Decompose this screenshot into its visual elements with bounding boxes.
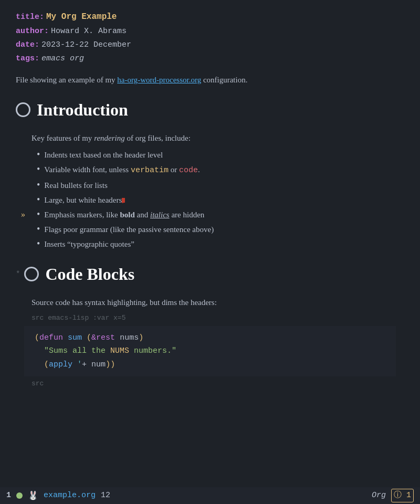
status-emacs-icon: 🐰 bbox=[28, 489, 38, 502]
list-item: • Indents text based on the header level bbox=[37, 149, 404, 161]
meta-tags-value: emacs org bbox=[41, 52, 84, 65]
list-item-text: Large, but white headers▌ bbox=[44, 194, 125, 206]
status-line-number: 1 bbox=[6, 489, 11, 502]
bold-text: bold bbox=[120, 211, 134, 219]
list-item: • Real bullets for lists bbox=[37, 179, 404, 192]
feature-list: • Indents text based on the header level… bbox=[37, 149, 404, 250]
list-intro-before: Key features of my bbox=[32, 134, 94, 142]
heading1-circle-icon bbox=[16, 102, 30, 117]
intro-link[interactable]: ha-org-word-processor.org bbox=[117, 76, 201, 84]
section1-heading: Introduction bbox=[16, 97, 404, 123]
section2-heading: * Code Blocks bbox=[16, 261, 404, 288]
arrow-icon: » bbox=[21, 208, 25, 222]
meta-title-value: My Org Example bbox=[46, 10, 117, 24]
bullet-icon: • bbox=[37, 180, 40, 190]
list-item-text: Real bullets for lists bbox=[44, 179, 107, 192]
intro-text-before: File showing an example of my bbox=[16, 76, 117, 84]
list-intro-italic: rendering bbox=[94, 134, 125, 142]
code-block: (defun sum (&rest nums) "Sums all the NU… bbox=[24, 326, 396, 377]
status-right-section: Org ⓘ 1 bbox=[372, 489, 414, 502]
bullet-icon: • bbox=[37, 209, 40, 219]
src-label-top: src emacs-lisp :var x=5 bbox=[32, 313, 404, 324]
meta-date-line: date: 2023-12-22 December bbox=[16, 39, 404, 51]
list-item-text: Flags poor grammar (like the passive sen… bbox=[44, 223, 214, 236]
section2: * Code Blocks Source code has syntax hig… bbox=[16, 261, 404, 390]
code-line-1: (defun sum (&rest nums) bbox=[35, 331, 385, 345]
status-info-badge: ⓘ 1 bbox=[391, 489, 414, 502]
section1-content: Key features of my rendering of org file… bbox=[32, 132, 404, 250]
bullet-icon: • bbox=[37, 195, 40, 204]
list-item: • Variable width font, unless verbatim o… bbox=[37, 163, 404, 177]
list-item-text: Indents text based on the header level bbox=[44, 149, 163, 161]
status-filename: example.org bbox=[44, 489, 96, 502]
list-intro: Key features of my rendering of org file… bbox=[32, 132, 404, 144]
list-item-text: Emphasis markers, like bold and italics … bbox=[44, 208, 204, 221]
code-text: code bbox=[179, 166, 198, 175]
meta-title-key: title: bbox=[16, 11, 44, 24]
status-bar: 1 🐰 example.org 12 Org ⓘ 1 bbox=[0, 487, 420, 504]
meta-author-line: author: Howard X. Abrams bbox=[16, 25, 404, 38]
bullet-icon: • bbox=[37, 164, 40, 174]
list-item: • Flags poor grammar (like the passive s… bbox=[37, 223, 404, 236]
meta-date-key: date: bbox=[16, 39, 39, 51]
status-dot-icon bbox=[16, 492, 23, 499]
heading2-circle-icon bbox=[24, 267, 39, 281]
intro-paragraph: File showing an example of my ha-org-wor… bbox=[16, 74, 404, 86]
intro-text-after: configuration. bbox=[201, 76, 247, 84]
list-intro-after: of org files, include: bbox=[125, 134, 191, 142]
meta-tags-line: tags: emacs org bbox=[16, 52, 404, 65]
list-item: • Large, but white headers▌ bbox=[37, 194, 404, 206]
code-line-3: (apply '+ num)) bbox=[35, 358, 385, 372]
list-item-text: Variable width font, unless verbatim or … bbox=[44, 163, 200, 177]
meta-date-value: 2023-12-22 December bbox=[41, 39, 131, 51]
star-icon: * bbox=[16, 268, 20, 280]
italic-text: italics bbox=[150, 211, 170, 219]
src-label-bottom: src bbox=[32, 379, 404, 390]
heading2-text: Code Blocks bbox=[45, 261, 134, 288]
list-item-text: Inserts “typographic quotes” bbox=[44, 238, 134, 250]
meta-tags-key: tags: bbox=[16, 52, 39, 65]
verbatim-text: verbatim bbox=[131, 166, 169, 175]
bullet-icon: • bbox=[37, 224, 40, 234]
list-item: » • Emphasis markers, like bold and ital… bbox=[37, 208, 404, 221]
status-mode-label: Org bbox=[372, 489, 386, 502]
code-line-2: "Sums all the NUMS numbers." bbox=[35, 344, 385, 358]
list-item: • Inserts “typographic quotes” bbox=[37, 238, 404, 250]
heading1-text: Introduction bbox=[37, 97, 128, 123]
status-column-number: 12 bbox=[101, 489, 110, 502]
bullet-icon: • bbox=[37, 150, 40, 159]
meta-author-key: author: bbox=[16, 25, 49, 38]
meta-block: title: My Org Example author: Howard X. … bbox=[16, 10, 404, 65]
code-intro-text: Source code has syntax highlighting, but… bbox=[32, 296, 404, 309]
meta-title-line: title: My Org Example bbox=[16, 10, 404, 24]
meta-author-value: Howard X. Abrams bbox=[51, 25, 127, 38]
bullet-icon: • bbox=[37, 239, 40, 248]
